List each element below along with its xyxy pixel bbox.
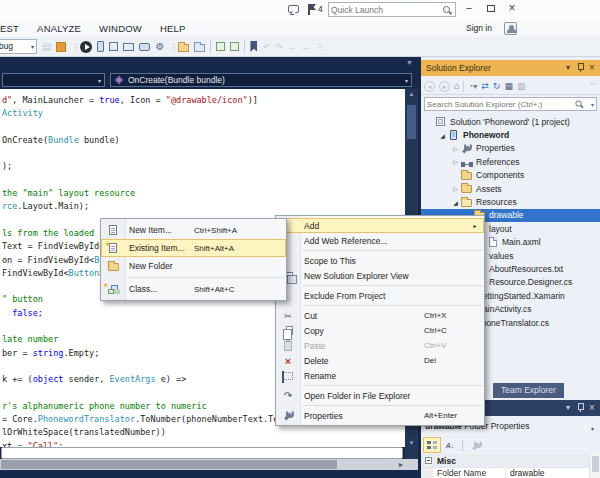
- sign-in-link[interactable]: Sign in: [466, 20, 492, 37]
- indent-icon[interactable]: [216, 42, 225, 51]
- home-icon[interactable]: ⌂: [454, 81, 459, 91]
- pending-changes-filter-icon[interactable]: ◔▾: [468, 82, 477, 91]
- menu-item-add[interactable]: Add▸: [276, 218, 484, 233]
- scrollbar-thumb[interactable]: [1, 460, 337, 469]
- code-token: true: [99, 95, 119, 105]
- navigate-backward-icon[interactable]: ←: [288, 42, 297, 52]
- tree-item-phoneword[interactable]: ◢Phoneword: [421, 128, 600, 141]
- menu-item-delete[interactable]: ×DeleteDel: [276, 353, 484, 368]
- categorized-button[interactable]: [424, 438, 440, 452]
- menu-item-class[interactable]: ★Class...Shift+Alt+C: [101, 280, 286, 298]
- sync-with-active-document-icon[interactable]: ⇄: [481, 81, 489, 91]
- window-position-chevron-icon[interactable]: ▾: [562, 60, 574, 76]
- code-token: OnCreate(: [2, 135, 48, 145]
- forward-icon[interactable]: ▸: [439, 81, 450, 92]
- search-icon[interactable]: [575, 100, 584, 109]
- menu-item-add-web-reference[interactable]: Add Web Reference...: [276, 233, 484, 248]
- properties-window-icon[interactable]: ▦: [504, 81, 513, 91]
- start-debugging-button[interactable]: [80, 41, 92, 53]
- type-combo[interactable]: ▾: [2, 73, 105, 87]
- tree-item-resources[interactable]: ◢Resources: [421, 195, 600, 208]
- preview-selected-items-icon[interactable]: ▥: [517, 81, 526, 91]
- menu-item-open-folder-in-file-explorer[interactable]: ↷Open Folder in File Explorer: [276, 388, 484, 403]
- tree-item-components[interactable]: Components: [421, 169, 600, 182]
- member-combo[interactable]: OnCreate(Bundle bundle) ▾: [110, 73, 412, 87]
- tree-item-label: GettingStarted.Xamarin: [476, 291, 565, 301]
- expander-closed-icon[interactable]: ▷: [451, 158, 460, 165]
- toolbar-overflow-icon[interactable]: ..: [591, 77, 597, 86]
- tree-item-references[interactable]: ▷References: [421, 155, 600, 168]
- properties-scrollbar[interactable]: [589, 454, 600, 478]
- menu-item-window[interactable]: WINDOW: [90, 20, 151, 37]
- menu-item-copy[interactable]: CopyCtrl+C: [276, 323, 484, 338]
- device-phone-icon[interactable]: [97, 41, 104, 52]
- expander-closed-icon[interactable]: ▷: [451, 185, 460, 192]
- menu-item-help[interactable]: HELP: [151, 20, 195, 37]
- property-category-row[interactable]: Misc: [421, 454, 589, 467]
- code-token: ls from the loaded la: [2, 228, 109, 238]
- undo-icon[interactable]: ↶: [262, 42, 270, 52]
- attach-to-process-icon[interactable]: ▤: [42, 41, 51, 52]
- tree-item-properties[interactable]: ▷Properties: [421, 142, 600, 155]
- device-tablet-icon[interactable]: [139, 43, 150, 51]
- alphabetical-button[interactable]: A↓: [442, 438, 458, 452]
- menu-item-exclude-from-project[interactable]: Exclude From Project: [276, 288, 484, 303]
- pin-icon[interactable]: [574, 400, 586, 416]
- feedback-bubble-icon[interactable]: [288, 5, 299, 13]
- tree-item-assets[interactable]: ▷Assets: [421, 182, 600, 195]
- menu-item-cut[interactable]: ✂CutCtrl+X: [276, 308, 484, 323]
- minimize-button[interactable]: –: [460, 0, 478, 17]
- menu-item-new-folder[interactable]: New Folder: [101, 257, 286, 275]
- pin-icon[interactable]: [574, 60, 586, 76]
- bookmark-icon[interactable]: [250, 41, 257, 52]
- close-button[interactable]: ×: [503, 0, 521, 17]
- emulator-icon[interactable]: [109, 42, 118, 51]
- redo-icon[interactable]: ↷: [275, 42, 283, 52]
- menu-item-existing-item[interactable]: ★Existing Item...Shift+Alt+A: [101, 239, 286, 257]
- menu-item-label: Add: [300, 221, 424, 231]
- menu-item-properties[interactable]: PropertiesAlt+Enter: [276, 408, 484, 423]
- menu-item-analyze[interactable]: ANALYZE: [28, 20, 90, 37]
- outdent-icon[interactable]: [230, 42, 239, 51]
- close-icon[interactable]: ×: [586, 400, 598, 416]
- scrollbar-thumb[interactable]: [592, 456, 599, 472]
- tree-item-label: Resource.Designer.cs: [489, 277, 572, 287]
- expander-closed-icon[interactable]: ▷: [451, 145, 460, 152]
- close-icon[interactable]: ×: [586, 60, 598, 76]
- new-folder-icon[interactable]: [178, 44, 189, 52]
- tree-item-solution-phoneword-1-project[interactable]: Solution 'Phoneword' (1 project): [421, 115, 600, 128]
- menu-item-new-solution-explorer-view[interactable]: New Solution Explorer View: [276, 268, 484, 283]
- maximize-button[interactable]: [482, 0, 500, 17]
- property-value[interactable]: drawable: [510, 468, 545, 478]
- scroll-down-arrow-icon[interactable]: ▼: [405, 440, 418, 446]
- scroll-up-arrow-icon[interactable]: ▲: [405, 91, 418, 97]
- expander-open-icon[interactable]: ◢: [451, 199, 460, 206]
- add-reference-icon[interactable]: [194, 44, 205, 52]
- quick-launch-input[interactable]: [331, 3, 439, 16]
- debug-target-combo[interactable]: Debug ▾: [0, 39, 37, 54]
- notifications-flag-icon[interactable]: [308, 4, 316, 15]
- back-icon[interactable]: ◂: [424, 81, 435, 92]
- device-settings-icon[interactable]: ⚙: [155, 41, 164, 53]
- collapse-all-icon[interactable]: ↻: [493, 81, 501, 91]
- device-monitor-icon[interactable]: [123, 43, 134, 51]
- menu-item-scope-to-this[interactable]: Scope to This: [276, 253, 484, 268]
- navigate-forward-icon[interactable]: →: [302, 42, 311, 52]
- expander-open-icon[interactable]: ◢: [438, 132, 447, 139]
- chevron-down-icon[interactable]: ▾: [591, 101, 594, 108]
- avatar-icon[interactable]: [504, 22, 517, 35]
- menu-item-new-item[interactable]: New Item...Ctrl+Shift+A: [101, 221, 286, 239]
- search-input[interactable]: [427, 98, 567, 110]
- window-position-chevron-icon[interactable]: ▾: [562, 400, 574, 416]
- horizontal-scrollbar[interactable]: ▸: [0, 459, 405, 470]
- scrollbar-thumb[interactable]: [407, 105, 416, 139]
- code-line: [2, 147, 405, 160]
- document-list-chevron-icon[interactable]: ▼: [406, 59, 413, 66]
- property-name[interactable]: Folder Name: [437, 468, 486, 478]
- xamarin-build-icon[interactable]: [56, 42, 66, 52]
- scroll-right-arrow-icon[interactable]: ▸: [399, 459, 403, 470]
- tab-team-explorer[interactable]: Team Explorer: [493, 383, 564, 398]
- collapse-category-icon[interactable]: [425, 457, 432, 464]
- menu-item-rename[interactable]: Rename: [276, 368, 484, 383]
- menu-item-test[interactable]: TEST: [0, 20, 28, 37]
